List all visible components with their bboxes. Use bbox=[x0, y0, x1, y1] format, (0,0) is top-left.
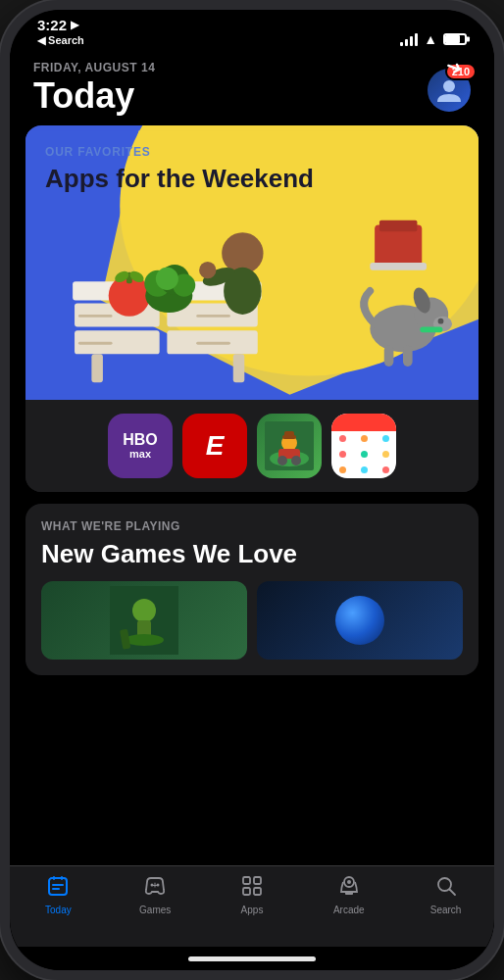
battery-icon bbox=[443, 33, 467, 45]
svg-rect-62 bbox=[254, 877, 261, 884]
svg-point-67 bbox=[347, 880, 351, 884]
search-tab-label: Search bbox=[430, 905, 462, 915]
apps-icon-svg bbox=[240, 874, 264, 898]
cal-cell-3 bbox=[375, 431, 396, 447]
svg-point-0 bbox=[443, 80, 455, 92]
game-preview-2[interactable] bbox=[257, 581, 463, 660]
espn-icon[interactable]: E bbox=[182, 414, 247, 478]
svg-rect-10 bbox=[78, 341, 113, 344]
cal-cell-8 bbox=[353, 463, 375, 478]
svg-rect-66 bbox=[345, 892, 353, 895]
svg-rect-30 bbox=[370, 263, 427, 270]
signal-bar-2 bbox=[405, 39, 408, 46]
svg-rect-54 bbox=[61, 876, 63, 880]
svg-rect-55 bbox=[52, 884, 64, 886]
app-icons-row: HBO max E bbox=[25, 400, 479, 492]
arcade-tab-label: Arcade bbox=[333, 905, 365, 915]
svg-rect-37 bbox=[403, 345, 413, 366]
svg-point-45 bbox=[277, 456, 287, 466]
blue-sphere bbox=[335, 596, 384, 645]
svg-rect-36 bbox=[384, 345, 394, 366]
card-subtitle: OUR FAVORITES bbox=[45, 145, 314, 159]
games-icon-svg bbox=[143, 874, 167, 898]
svg-rect-61 bbox=[243, 877, 250, 884]
today-tab-label: Today bbox=[45, 905, 72, 915]
card-illustration: OUR FAVORITES Apps for the Weekend bbox=[25, 125, 479, 400]
arcade-icon-svg bbox=[337, 874, 361, 898]
svg-rect-12 bbox=[196, 341, 230, 344]
games-tab-icon bbox=[143, 874, 167, 902]
arcade-tab-icon bbox=[337, 874, 361, 902]
fantastical-icon[interactable] bbox=[331, 414, 396, 478]
svg-rect-8 bbox=[196, 315, 230, 318]
home-bar bbox=[188, 956, 316, 961]
game-character-icon bbox=[265, 421, 314, 470]
hbo-text: HBO bbox=[123, 432, 158, 448]
tab-today[interactable]: Today bbox=[10, 874, 107, 915]
phone-frame: 3:22 ▶ ◀ Search ▲ bbox=[0, 0, 504, 980]
search-tab-icon bbox=[434, 874, 458, 902]
signal-bar-1 bbox=[400, 42, 403, 46]
game-app-icon[interactable] bbox=[257, 414, 322, 478]
game-preview-1[interactable] bbox=[41, 581, 247, 660]
svg-rect-52 bbox=[49, 878, 67, 895]
signal-bar-4 bbox=[415, 33, 418, 46]
svg-rect-38 bbox=[420, 326, 442, 332]
wifi-icon: ▲ bbox=[424, 31, 437, 47]
signal-bar-3 bbox=[410, 36, 413, 46]
second-card-title: New Games We Love bbox=[41, 539, 463, 569]
cal-cell-9 bbox=[375, 463, 396, 478]
main-content: FRIDAY, AUGUST 14 Today ➜ 210 bbox=[10, 53, 494, 970]
tab-search[interactable]: Search bbox=[397, 874, 494, 915]
main-featured-card[interactable]: OUR FAVORITES Apps for the Weekend HBO m… bbox=[25, 125, 479, 492]
notification-container[interactable]: ➜ 210 bbox=[428, 69, 471, 112]
svg-rect-53 bbox=[53, 876, 55, 880]
status-icons: ▲ bbox=[400, 31, 467, 47]
page-header: FRIDAY, AUGUST 14 Today ➜ 210 bbox=[10, 53, 494, 125]
games-tab-label: Games bbox=[139, 905, 171, 915]
cal-cell-1 bbox=[331, 431, 353, 447]
cal-cell-7 bbox=[331, 463, 353, 478]
notch bbox=[174, 10, 330, 39]
svg-rect-13 bbox=[91, 354, 103, 382]
svg-rect-29 bbox=[379, 220, 418, 231]
svg-point-58 bbox=[157, 884, 160, 887]
card-text-overlay: OUR FAVORITES Apps for the Weekend bbox=[45, 145, 314, 194]
game-preview-row bbox=[41, 581, 463, 660]
svg-point-50 bbox=[125, 634, 164, 646]
svg-rect-56 bbox=[52, 888, 60, 890]
home-indicator bbox=[10, 947, 494, 970]
svg-rect-64 bbox=[254, 888, 261, 895]
svg-point-48 bbox=[132, 599, 156, 622]
hbo-max-icon[interactable]: HBO max bbox=[108, 414, 173, 478]
battery-fill bbox=[445, 35, 460, 43]
card-title: Apps for the Weekend bbox=[45, 165, 314, 194]
today-tab-icon bbox=[46, 874, 70, 902]
svg-point-34 bbox=[438, 318, 444, 323]
svg-rect-14 bbox=[233, 354, 245, 382]
time-display: 3:22 bbox=[37, 17, 67, 33]
svg-rect-63 bbox=[243, 888, 250, 895]
second-card[interactable]: WHAT WE'RE PLAYING New Games We Love bbox=[25, 504, 479, 675]
tab-games[interactable]: Games bbox=[107, 874, 204, 915]
apps-tab-icon bbox=[240, 874, 264, 902]
tab-arcade[interactable]: Arcade bbox=[300, 874, 397, 915]
cal-header bbox=[331, 414, 396, 431]
person-icon bbox=[435, 76, 463, 104]
phone-screen: 3:22 ▶ ◀ Search ▲ bbox=[10, 10, 494, 970]
status-time: 3:22 ▶ ◀ Search bbox=[37, 17, 84, 47]
second-card-subtitle: WHAT WE'RE PLAYING bbox=[41, 519, 463, 533]
cal-cell-2 bbox=[353, 431, 375, 447]
signal-bars bbox=[400, 32, 418, 46]
espn-letter: E bbox=[206, 430, 225, 462]
scroll-area: OUR FAVORITES Apps for the Weekend HBO m… bbox=[10, 125, 494, 865]
svg-rect-43 bbox=[284, 431, 294, 437]
tab-apps[interactable]: Apps bbox=[204, 874, 301, 915]
page-title: Today bbox=[33, 76, 155, 116]
svg-rect-6 bbox=[78, 315, 113, 318]
svg-point-46 bbox=[291, 456, 301, 466]
header-left: FRIDAY, AUGUST 14 Today bbox=[33, 61, 155, 116]
tab-bar: Today Games bbox=[10, 865, 494, 947]
back-search-label[interactable]: ◀ Search bbox=[37, 34, 84, 47]
svg-point-18 bbox=[199, 262, 216, 278]
